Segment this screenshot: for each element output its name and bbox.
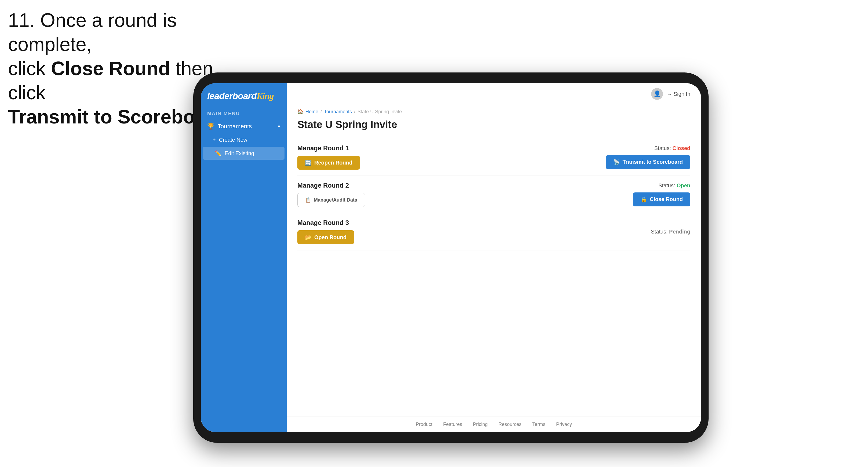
footer-features[interactable]: Features — [443, 422, 462, 427]
footer-pricing[interactable]: Pricing — [473, 422, 488, 427]
logo-accent: King — [256, 91, 274, 101]
round-2-title: Manage Round 2 — [298, 182, 365, 189]
footer-privacy[interactable]: Privacy — [556, 422, 572, 427]
main-menu-label: MAIN MENU — [201, 106, 287, 119]
round-3-right: Status: Pending — [651, 229, 690, 235]
open-round-button[interactable]: 📂 Open Round — [298, 230, 354, 244]
reopen-icon: 🔄 — [305, 159, 312, 166]
reopen-round-button[interactable]: 🔄 Reopen Round — [298, 156, 360, 169]
sign-in-label[interactable]: → Sign In — [667, 91, 690, 97]
round-row-2: Manage Round 2 📋 Manage/Audit Data Statu… — [298, 176, 690, 213]
round-3-status: Status: Pending — [651, 229, 690, 235]
logo: leaderboardKing — [207, 91, 280, 101]
manage-audit-label: Manage/Audit Data — [314, 197, 357, 203]
round-2-status-value: Open — [677, 183, 690, 188]
sidebar-item-create-new[interactable]: + Create New — [201, 134, 287, 146]
round-1-status-value: Closed — [672, 145, 690, 151]
round-3-left: Manage Round 3 📂 Open Round — [298, 219, 354, 244]
main-content: 👤 → Sign In 🏠 Home / Tournaments / State… — [287, 83, 701, 432]
lock-icon: 🔒 — [641, 196, 647, 203]
footer-product[interactable]: Product — [416, 422, 432, 427]
close-round-label: Close Round — [650, 196, 683, 203]
round-1-right: Status: Closed 📡 Transmit to Scoreboard — [606, 145, 690, 169]
manage-audit-data-button[interactable]: 📋 Manage/Audit Data — [298, 193, 365, 207]
transmit-label: Transmit to Scoreboard — [623, 159, 683, 165]
breadcrumb-current: State U Spring Invite — [358, 109, 402, 115]
breadcrumb-sep2: / — [354, 109, 355, 115]
trophy-icon: 🏆 — [207, 123, 214, 130]
page-title: State U Spring Invite — [298, 119, 690, 130]
breadcrumb-home[interactable]: Home — [305, 109, 318, 115]
round-2-right: Status: Open 🔒 Close Round — [633, 183, 690, 207]
open-icon: 📂 — [305, 234, 312, 241]
chevron-down-icon: ▾ — [278, 123, 280, 129]
plus-icon: + — [213, 137, 216, 143]
round-2-status: Status: Open — [658, 183, 690, 189]
round-3-title: Manage Round 3 — [298, 219, 354, 226]
close-round-button[interactable]: 🔒 Close Round — [633, 192, 690, 207]
instruction-line1: 11. Once a round is complete, — [8, 9, 177, 55]
tournaments-nav-label: Tournaments — [218, 123, 252, 130]
round-1-title: Manage Round 1 — [298, 145, 360, 152]
manage-icon: 📋 — [305, 197, 311, 203]
open-round-label: Open Round — [314, 234, 346, 241]
page-content: State U Spring Invite Manage Round 1 🔄 R… — [287, 116, 701, 416]
edit-icon: ✏️ — [215, 150, 221, 156]
sidebar-item-edit-existing[interactable]: ✏️ Edit Existing — [203, 147, 284, 160]
create-new-label: Create New — [219, 137, 247, 143]
round-1-status: Status: Closed — [654, 145, 690, 151]
breadcrumb-sep1: / — [320, 109, 322, 115]
breadcrumb-tournaments[interactable]: Tournaments — [324, 109, 352, 115]
logo-area: leaderboardKing — [201, 83, 287, 106]
footer: Product Features Pricing Resources Terms… — [287, 416, 701, 432]
transmit-icon: 📡 — [613, 159, 620, 165]
home-icon: 🏠 — [298, 109, 303, 115]
avatar: 👤 — [651, 88, 663, 100]
sign-in-area[interactable]: 👤 → Sign In — [651, 88, 690, 100]
tablet-screen: leaderboardKing MAIN MENU 🏆 Tournaments … — [201, 83, 701, 432]
breadcrumb: 🏠 Home / Tournaments / State U Spring In… — [287, 105, 701, 116]
footer-resources[interactable]: Resources — [498, 422, 522, 427]
tablet-shell: leaderboardKing MAIN MENU 🏆 Tournaments … — [193, 72, 709, 443]
transmit-to-scoreboard-button[interactable]: 📡 Transmit to Scoreboard — [606, 155, 690, 169]
instruction-line2: click — [8, 58, 51, 79]
round-row-3: Manage Round 3 📂 Open Round Status: Pend… — [298, 213, 690, 250]
instruction-bold1: Close Round — [51, 58, 170, 79]
sidebar: leaderboardKing MAIN MENU 🏆 Tournaments … — [201, 83, 287, 432]
nav-item-left: 🏆 Tournaments — [207, 123, 252, 130]
round-1-left: Manage Round 1 🔄 Reopen Round — [298, 145, 360, 169]
round-2-left: Manage Round 2 📋 Manage/Audit Data — [298, 182, 365, 207]
edit-existing-label: Edit Existing — [225, 150, 254, 156]
top-bar: 👤 → Sign In — [287, 83, 701, 105]
sidebar-item-tournaments[interactable]: 🏆 Tournaments ▾ — [201, 119, 287, 134]
round-3-status-value: Pending — [669, 229, 690, 235]
round-row-1: Manage Round 1 🔄 Reopen Round Status: Cl… — [298, 138, 690, 176]
footer-terms[interactable]: Terms — [532, 422, 546, 427]
reopen-round-label: Reopen Round — [314, 160, 352, 166]
app-layout: leaderboardKing MAIN MENU 🏆 Tournaments … — [201, 83, 701, 432]
